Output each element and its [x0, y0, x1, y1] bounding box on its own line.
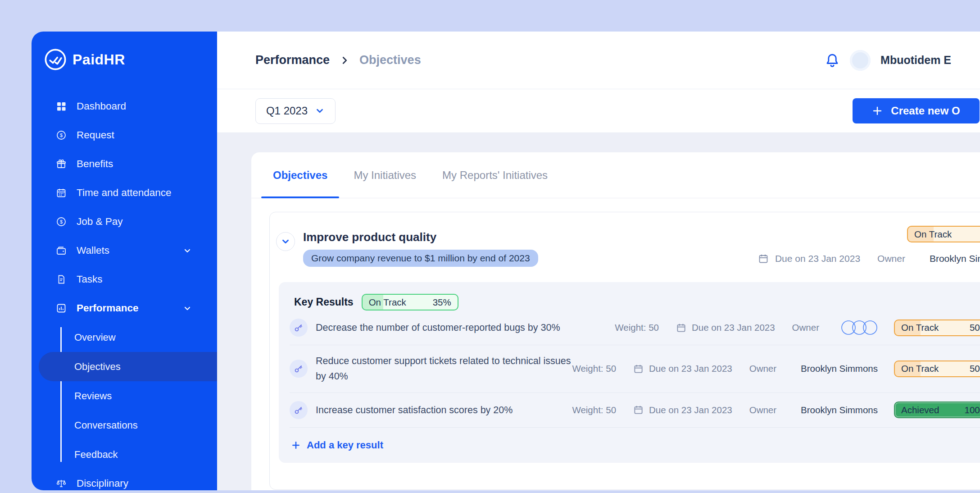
due-date: Due on 23 Jan 2023: [676, 322, 775, 333]
progress-value: 50%: [970, 322, 980, 333]
sidebar-item-label: Time and attendance: [77, 187, 172, 199]
main-area: Performance Objectives Mbuotidem E: [217, 32, 980, 490]
brand-logo: PaidHR: [32, 32, 217, 71]
sidebar-item-disciplinary[interactable]: Disciplinary: [32, 469, 217, 490]
plus-icon: [872, 105, 883, 116]
key-result-text: Reduce customer support tickets related …: [316, 353, 572, 384]
owner-name: Brooklyn Simmons: [801, 405, 878, 415]
subitem-label: Overview: [74, 332, 116, 343]
key-result-status-badge: On Track 50%: [894, 361, 980, 377]
filter-bar: Q1 2023 Create new O: [217, 89, 980, 133]
add-key-result-label: Add a key result: [307, 439, 383, 451]
objective-title: Improve product quality: [303, 230, 538, 244]
objective-due-date: Due on 23 Jan 2023: [775, 253, 860, 264]
tab-label: My Initiatives: [354, 169, 416, 182]
sidebar-item-request[interactable]: $ Request: [32, 121, 217, 150]
due-date: Due on 23 Jan 2023: [633, 405, 732, 415]
user-area: Mbuotidem E: [825, 50, 980, 71]
sidebar-item-performance[interactable]: Performance: [32, 294, 217, 323]
user-name[interactable]: Mbuotidem E: [880, 54, 951, 67]
progress-value: 100%: [965, 405, 980, 415]
due-date-text: Due on 23 Jan 2023: [649, 363, 732, 374]
tab-my-reports-initiatives[interactable]: My Reports' Initiatives: [442, 152, 548, 198]
key-icon: [290, 401, 308, 419]
user-avatar[interactable]: [850, 50, 871, 71]
owner-avatars-icon[interactable]: [841, 320, 878, 336]
weight-value: Weight: 50: [572, 405, 616, 415]
sidebar-item-label: Wallets: [77, 245, 109, 256]
calendar-icon: [633, 364, 644, 374]
svg-text:$: $: [60, 219, 63, 224]
sidebar-item-wallets[interactable]: Wallets: [32, 236, 217, 265]
sidebar-item-label: Job & Pay: [77, 216, 123, 228]
key-result-meta: Weight: 50 Due on 23 Jan 2023: [572, 402, 980, 418]
gift-icon: [55, 159, 67, 169]
key-result-row: Reduce customer support tickets related …: [290, 345, 980, 393]
sidebar-subitem-objectives[interactable]: Objectives: [39, 352, 217, 381]
sidebar-subitem-feedback[interactable]: Feedback: [32, 440, 217, 469]
sidebar-subitem-overview[interactable]: Overview: [32, 323, 217, 352]
sidebar: PaidHR Dashboard $ Re: [32, 32, 217, 490]
sidebar-item-label: Dashboard: [77, 100, 126, 112]
plus-icon: [291, 441, 300, 450]
breadcrumb-objectives: Objectives: [359, 53, 421, 67]
notification-bell-icon[interactable]: [825, 53, 840, 68]
paidhr-logo-icon: [44, 48, 67, 71]
status-label: On Track: [901, 322, 939, 333]
dollar-circle-icon: $: [55, 216, 67, 227]
collapse-chevron-icon[interactable]: [276, 232, 295, 251]
status-label: On Track: [369, 297, 406, 308]
period-select[interactable]: Q1 2023: [255, 98, 336, 124]
active-tab-underline: [261, 196, 339, 198]
sidebar-item-time-attendance[interactable]: Time and attendance: [32, 178, 217, 207]
chevron-down-icon: [183, 246, 192, 255]
wallet-icon: [55, 245, 67, 256]
dashboard-icon: [55, 101, 67, 112]
calendar-icon: [633, 405, 644, 415]
objective-meta-row: Due on 23 Jan 2023 Owner Brooklyn Simmon…: [758, 253, 980, 264]
status-label: On Track: [901, 363, 939, 374]
calendar-icon: [676, 323, 686, 333]
key-icon: [290, 360, 308, 378]
sidebar-subitem-conversations[interactable]: Conversations: [32, 411, 217, 440]
top-bar: Performance Objectives Mbuotidem E: [217, 32, 980, 89]
objective-owner-name: Brooklyn Simmons: [930, 253, 980, 264]
calendar-icon: [55, 187, 67, 198]
sidebar-item-job-pay[interactable]: $ Job & Pay: [32, 207, 217, 236]
key-result-row: Increase customer satisfaction scores by…: [290, 393, 980, 428]
sidebar-item-tasks[interactable]: Tasks: [32, 265, 217, 294]
sidebar-item-label: Tasks: [77, 274, 103, 285]
key-result-text: Decrease the number of customer-reported…: [316, 320, 560, 335]
sidebar-subitem-reviews[interactable]: Reviews: [32, 381, 217, 411]
objective-card: Improve product quality Grow company rev…: [269, 212, 980, 490]
document-icon: [55, 274, 67, 285]
weight-value: Weight: 50: [615, 322, 659, 333]
subitem-label: Feedback: [74, 449, 118, 461]
tabs: Objectives My Initiatives My Reports' In…: [251, 152, 980, 198]
app-window: PaidHR Dashboard $ Re: [32, 32, 980, 490]
sidebar-item-benefits[interactable]: Benefits: [32, 150, 217, 178]
due-date: Due on 23 Jan 2023: [633, 363, 732, 374]
owner-label: Owner: [749, 405, 776, 415]
key-results-header: Key Results On Track 35%: [290, 294, 980, 310]
subitem-label: Conversations: [74, 420, 138, 431]
status-label: Achieved: [901, 405, 939, 415]
tab-objectives[interactable]: Objectives: [273, 152, 327, 198]
sidebar-menu: Dashboard $ Request: [32, 92, 217, 490]
sidebar-item-label: Benefits: [77, 158, 113, 170]
sidebar-item-dashboard[interactable]: Dashboard: [32, 92, 217, 121]
owner-label: Owner: [749, 363, 776, 374]
create-new-objective-button[interactable]: Create new O: [853, 98, 980, 123]
add-key-result-link[interactable]: Add a key result: [290, 428, 383, 456]
objective-meta-block: On Track Due on 23: [758, 226, 980, 264]
period-select-value: Q1 2023: [266, 105, 308, 117]
key-result-status-badge: Achieved 100%: [894, 402, 980, 418]
due-date-text: Due on 23 Jan 2023: [649, 405, 732, 415]
sidebar-item-label: Request: [77, 129, 114, 141]
breadcrumb-performance[interactable]: Performance: [255, 53, 330, 67]
objective-status-badge: On Track: [907, 226, 980, 242]
scales-icon: [55, 478, 67, 489]
breadcrumb-separator-icon: [340, 55, 349, 65]
tab-my-initiatives[interactable]: My Initiatives: [354, 152, 416, 198]
key-result-status-badge: On Track 50%: [894, 320, 980, 336]
